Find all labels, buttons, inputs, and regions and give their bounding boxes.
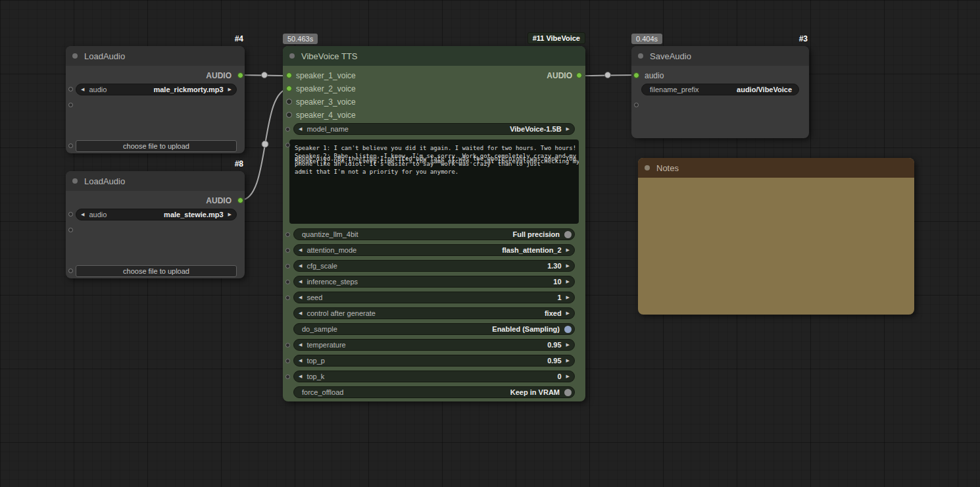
link-midpoint-dot-icon[interactable] (262, 72, 268, 78)
collapse-dot-icon[interactable] (638, 53, 643, 59)
next-value-arrow-icon[interactable]: ▶ (562, 311, 574, 316)
increment-arrow-icon[interactable]: ▶ (562, 358, 574, 363)
widget-input-socket[interactable] (285, 232, 290, 237)
audio-output-socket[interactable] (237, 72, 243, 78)
increment-arrow-icon[interactable]: ▶ (562, 279, 574, 284)
prev-value-arrow-icon[interactable]: ◀ (76, 87, 89, 92)
widget-value: VibeVoice-1.5B (510, 125, 561, 133)
widget-input-socket[interactable] (285, 143, 290, 147)
output-label: AUDIO (547, 70, 572, 82)
cfg-scale-number-widget[interactable]: ◀ cfg_scale 1.30 ▶ (293, 260, 575, 272)
collapse-dot-icon[interactable] (289, 53, 295, 59)
decrement-arrow-icon[interactable]: ◀ (294, 279, 306, 284)
audio-input-socket[interactable] (633, 72, 639, 78)
audio-output-socket[interactable] (576, 72, 582, 78)
next-value-arrow-icon[interactable]: ▶ (562, 247, 574, 253)
seed-number-widget[interactable]: ◀ seed 1 ▶ (293, 292, 575, 303)
audio-combo-widget[interactable]: ◀ audio male_stewie.mp3 ▶ (76, 209, 237, 220)
widget-label: model_name (306, 125, 349, 133)
prev-value-arrow-icon[interactable]: ◀ (294, 311, 306, 316)
toggle-knob-icon[interactable] (564, 326, 572, 333)
widget-label: top_p (306, 357, 325, 365)
next-value-arrow-icon[interactable]: ▶ (224, 212, 236, 217)
widget-input-socket[interactable] (285, 248, 290, 253)
decrement-arrow-icon[interactable]: ◀ (294, 263, 306, 269)
node-titlebar[interactable]: LoadAudio (66, 171, 245, 191)
inference-steps-number-widget[interactable]: ◀ inference_steps 10 ▶ (293, 276, 575, 288)
speaker-3-input-socket[interactable] (286, 99, 292, 105)
widget-input-socket[interactable] (68, 269, 73, 273)
toggle-knob-icon[interactable] (564, 231, 572, 238)
decrement-arrow-icon[interactable]: ◀ (294, 374, 306, 379)
notes-body[interactable] (638, 178, 914, 315)
widget-label: audio (89, 211, 107, 218)
prev-value-arrow-icon[interactable]: ◀ (294, 247, 306, 253)
collapse-dot-icon[interactable] (72, 53, 78, 59)
collapse-dot-icon[interactable] (645, 165, 650, 170)
force-offload-toggle-widget[interactable]: force_offload Keep in VRAM (293, 386, 575, 398)
widget-input-socket[interactable] (285, 343, 290, 347)
node-titlebar[interactable]: LoadAudio (66, 46, 245, 66)
audio-output-socket[interactable] (237, 197, 243, 203)
widget-label: temperature (306, 341, 345, 349)
filename-prefix-text-widget[interactable]: filename_prefix audio/VibeVoice (641, 84, 799, 95)
widget-input-socket[interactable] (634, 103, 639, 107)
audio-combo-widget[interactable]: ◀ audio male_rickmorty.mp3 ▶ (76, 84, 237, 95)
link-midpoint-dot-icon[interactable] (262, 141, 268, 147)
decrement-arrow-icon[interactable]: ◀ (294, 358, 306, 363)
widget-input-socket[interactable] (68, 87, 73, 91)
node-graph-canvas[interactable]: #4 LoadAudio AUDIO ◀ audio male_rickmort… (0, 0, 980, 487)
toggle-knob-icon[interactable] (564, 389, 572, 396)
node-titlebar[interactable]: SaveAudio (631, 46, 809, 66)
speaker-1-input-socket[interactable] (286, 72, 292, 78)
next-value-arrow-icon[interactable]: ▶ (562, 126, 574, 132)
model-name-combo-widget[interactable]: ◀ model_name VibeVoice-1.5B ▶ (293, 123, 575, 135)
choose-file-button[interactable]: choose file to upload (76, 265, 237, 277)
node-id-badge: #8 (235, 159, 243, 168)
widget-input-socket[interactable] (285, 280, 290, 284)
link-midpoint-dot-icon[interactable] (605, 72, 611, 78)
decrement-arrow-icon[interactable]: ◀ (294, 295, 306, 300)
input-label: speaker_1_voice (296, 70, 356, 82)
do-sample-toggle-widget[interactable]: do_sample Enabled (Sampling) (293, 323, 575, 335)
widget-input-socket[interactable] (68, 212, 73, 217)
widget-input-socket[interactable] (285, 295, 290, 300)
increment-arrow-icon[interactable]: ▶ (562, 374, 574, 379)
speaker-4-input-socket[interactable] (286, 112, 292, 118)
widget-input-socket[interactable] (68, 103, 73, 107)
prev-value-arrow-icon[interactable]: ◀ (294, 126, 306, 132)
decrement-arrow-icon[interactable]: ◀ (294, 342, 306, 347)
increment-arrow-icon[interactable]: ▶ (562, 295, 574, 300)
widget-value: male_rickmorty.mp3 (153, 86, 223, 93)
widget-input-socket[interactable] (285, 359, 290, 363)
widget-label: cfg_scale (306, 262, 337, 270)
temperature-number-widget[interactable]: ◀ temperature 0.95 ▶ (293, 339, 575, 351)
script-text-area[interactable]: Speaker 1: I can't believe you did it ag… (289, 140, 579, 224)
widget-label: top_k (306, 372, 324, 380)
choose-file-button[interactable]: choose file to upload (76, 140, 237, 152)
collapse-dot-icon[interactable] (72, 178, 78, 184)
widget-input-socket[interactable] (285, 374, 290, 379)
top-k-number-widget[interactable]: ◀ top_k 0 ▶ (293, 371, 575, 382)
increment-arrow-icon[interactable]: ▶ (562, 263, 574, 269)
node-vibevoice-tts: 50.463s #11 VibeVoice VibeVoice TTS spea… (283, 46, 585, 401)
widget-input-socket[interactable] (68, 228, 73, 232)
node-titlebar[interactable]: VibeVoice TTS (283, 46, 585, 66)
increment-arrow-icon[interactable]: ▶ (562, 342, 574, 347)
speaker-2-input-socket[interactable] (286, 86, 292, 91)
widget-input-socket[interactable] (285, 127, 290, 132)
node-titlebar[interactable]: Notes (638, 158, 914, 178)
widget-value: 0.95 (547, 357, 561, 365)
widget-input-socket[interactable] (68, 143, 73, 148)
widget-input-socket[interactable] (285, 264, 290, 269)
output-label: AUDIO (206, 195, 232, 207)
widget-value: flash_attention_2 (502, 246, 561, 254)
top-p-number-widget[interactable]: ◀ top_p 0.95 ▶ (293, 355, 575, 367)
quantize-llm-4bit-toggle-widget[interactable]: quantize_llm_4bit Full precision (293, 228, 575, 240)
prev-value-arrow-icon[interactable]: ◀ (76, 212, 89, 217)
widget-value: 0.95 (547, 341, 561, 349)
attention-mode-combo-widget[interactable]: ◀ attention_mode flash_attention_2 ▶ (293, 244, 575, 256)
widget-label: attention_mode (306, 246, 356, 254)
next-value-arrow-icon[interactable]: ▶ (224, 87, 236, 92)
control-after-generate-combo-widget[interactable]: ◀ control after generate fixed ▶ (293, 307, 575, 319)
